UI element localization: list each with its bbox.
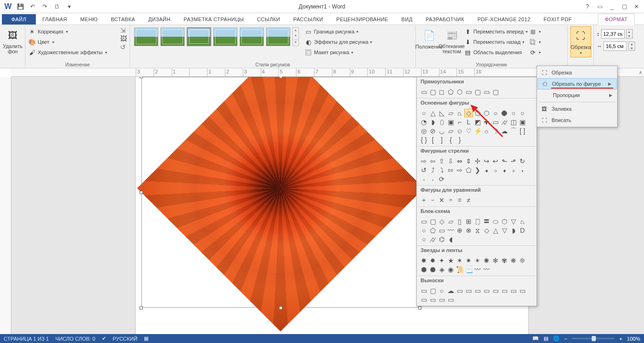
shape-diamond[interactable]: ◇ [464,109,473,117]
shape-arrow-curv-d[interactable]: ⤵ [438,166,446,174]
shape-mult[interactable]: ✕ [438,196,446,204]
shape-minus[interactable]: － [429,196,437,204]
shape-or[interactable]: ⊗ [464,226,473,235]
shape-junction[interactable]: ⊕ [455,226,464,235]
shape-stored[interactable]: ◗ [509,226,518,235]
shape-arrow-bent[interactable]: ↪ [482,157,491,165]
zoom-in-icon[interactable]: + [619,336,622,342]
corrections-button[interactable]: ☀Коррекция▾ [28,26,68,37]
shape-pentagon[interactable]: ⬠ [473,109,482,117]
tab-menu[interactable]: Меню [74,14,104,24]
shape-cross[interactable]: ✚ [482,118,491,126]
web-layout-icon[interactable]: 🌐 [553,335,560,342]
save-icon[interactable]: 💾 [15,1,25,12]
shape-donut[interactable]: ◎ [420,127,428,135]
shape-magdisk[interactable]: ⌭ [429,235,437,244]
shape-acc-co4[interactable]: ▭ [518,286,527,295]
shape-multidoc[interactable]: 〓 [482,217,491,226]
gallery-up-icon[interactable]: ▴ [293,28,298,33]
ribbon-options-icon[interactable]: ▭ [594,1,605,12]
style-thumb[interactable] [134,27,158,46]
shape-arrow-uco[interactable]: ⬧ [500,166,509,174]
crop-menu-fill[interactable]: 🖼Заливка [537,103,617,114]
shape-line-co4[interactable]: ▭ [482,286,491,295]
group-button[interactable]: ⿻▾ [529,37,541,47]
shape-arrow-lup[interactable]: ⬑ [500,157,509,165]
shape-arrow-ud[interactable]: ⇕ [464,157,473,165]
remove-bg-button[interactable]: 🖼 Удалить фон [3,26,23,57]
shape-6star[interactable]: ✶ [455,256,464,265]
shape-border-co4[interactable]: ▭ [446,295,455,304]
shape-direct[interactable]: ⌬ [438,235,446,244]
picture-border-button[interactable]: ▭Граница рисунка▾ [305,26,372,37]
gallery-down-icon[interactable]: ▾ [293,33,298,39]
style-thumb[interactable] [187,27,211,46]
shape-internal[interactable]: ⊞ [464,217,473,226]
zoom-out-icon[interactable]: − [564,336,567,342]
shape-round2[interactable]: ▢ [473,88,482,96]
shape-can[interactable]: ⌭ [500,118,509,126]
shape-decision[interactable]: ◇ [438,217,446,226]
shape-collate[interactable]: ⧖ [473,226,482,235]
shape-32star[interactable]: ❊ [518,256,527,265]
shape-arrow-lco[interactable]: ⬦ [491,166,500,174]
shape-predef[interactable]: ▯ [455,217,464,226]
shape-pie[interactable]: ◔ [420,118,428,126]
shape-doc[interactable]: ⎕ [473,217,482,226]
position-button[interactable]: 📄Положение [419,26,439,57]
shape-connector[interactable]: ○ [420,226,428,235]
shape-moon[interactable]: ☽ [491,127,500,135]
shape-triangle[interactable]: △ [429,109,437,117]
maximize-icon[interactable]: ▢ [619,1,630,12]
shape-scroll-v[interactable]: 📜 [455,265,464,274]
shape-snip-corner[interactable]: ◻ [438,88,446,96]
spell-check-icon[interactable]: ✔ [102,335,106,342]
style-thumb[interactable] [160,27,185,46]
zoom-slider[interactable] [572,338,614,339]
send-backward-button[interactable]: ⬇Переместить назад▾ [464,37,528,47]
minimize-icon[interactable]: _ [606,1,618,12]
shape-bracket[interactable]: [ ] [518,127,527,135]
crop-menu-aspect[interactable]: Пропорции▶ [537,90,617,101]
shape-line-co2[interactable]: ▭ [464,286,473,295]
shape-acc-co3[interactable]: ▭ [509,286,518,295]
bring-forward-button[interactable]: ⬆Переместить вперед▾ [464,26,528,37]
shape-heptagon[interactable]: ○ [491,109,500,117]
shape-ribbon-u[interactable]: ⬢ [420,265,428,274]
redo-icon[interactable]: ↷ [40,1,50,12]
shape-explosion1[interactable]: ✸ [420,256,428,265]
crop-menu-fit[interactable]: ⛶Вписать [537,114,617,126]
shape-acc-co2[interactable]: ▭ [500,286,509,295]
reset-pic-icon[interactable]: ↺ [120,43,127,51]
new-doc-icon[interactable]: 🗋 [52,1,62,12]
width-field[interactable] [603,41,627,51]
tab-home[interactable]: ГЛАВНАЯ [36,14,74,24]
selection-pane-button[interactable]: ▤Область выделения [464,47,528,57]
zoom-level[interactable]: 100% [627,336,640,342]
shape-teardrop[interactable]: ⬯ [438,118,446,126]
shape-nosymbol[interactable]: ⊘ [429,127,437,135]
tab-mailings[interactable]: РАССЫЛКИ [287,14,330,24]
shape-arrow-down[interactable]: ⇩ [446,157,455,165]
shape-octagon[interactable]: ⯃ [500,109,509,117]
tab-file[interactable]: ФАЙЛ [2,14,36,24]
shape-oval[interactable]: ○ [420,109,428,117]
shape-folded[interactable]: ▱ [446,127,455,135]
shape-callout-rect[interactable]: ▭ [420,286,428,295]
shape-arrow-right[interactable]: ⇨ [420,157,428,165]
tab-insert[interactable]: ВСТАВКА [104,14,141,24]
shape-arrow-chev[interactable]: ❯ [473,166,482,174]
shape-arrow-striped[interactable]: ⇰ [446,166,455,174]
read-mode-icon[interactable]: 📖 [532,335,539,342]
resize-handle[interactable] [418,306,421,310]
shape-scroll-h[interactable]: 📃 [464,265,473,274]
shape-prep[interactable]: ⬡ [500,217,509,226]
shape-explosion2[interactable]: ✹ [429,256,437,265]
shape-4star[interactable]: ✦ [438,256,446,265]
shape-rectangle[interactable]: ▭ [420,88,428,96]
change-pic-icon[interactable]: 🖼 [120,35,127,42]
shape-term[interactable]: ⬭ [491,217,500,226]
shape-seq[interactable]: ○ [420,235,428,244]
shape-line-co3[interactable]: ▭ [473,286,482,295]
shape-24star[interactable]: ❋ [509,256,518,265]
